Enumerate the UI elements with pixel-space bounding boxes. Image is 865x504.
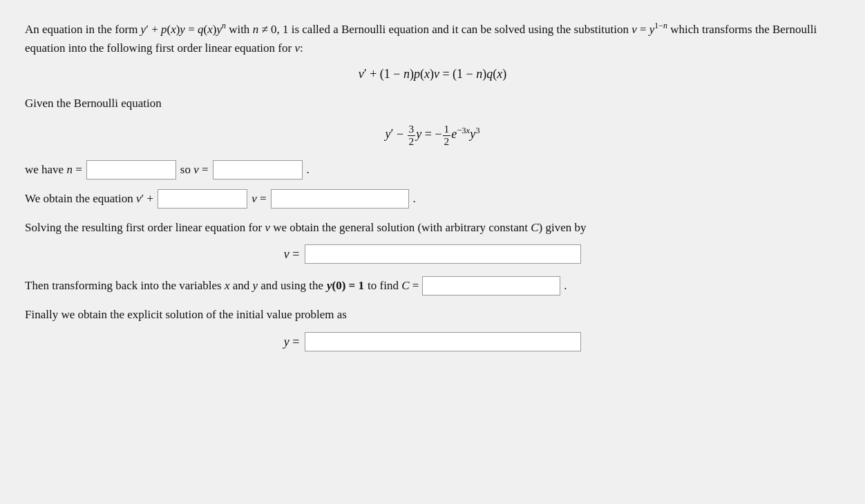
v-eq-prefix: v = [284, 247, 300, 262]
then-text-before: Then transforming back into the variable… [25, 279, 323, 293]
period1: . [307, 163, 310, 177]
so-v-text: so v = [180, 163, 209, 177]
period2: . [413, 192, 416, 206]
n-input[interactable] [86, 160, 176, 180]
intro-line1: An equation in the form y′ + p(x)y = q(x… [25, 19, 840, 57]
v-eq-label: v = [251, 192, 266, 206]
initial-condition-text: y(0) = 1 [327, 279, 364, 293]
then-row: Then transforming back into the variable… [25, 276, 840, 295]
y-eq-prefix: y = [284, 335, 300, 349]
obtain-text: We obtain the equation v′ + [25, 192, 153, 206]
v-general-solution-row: v = [25, 244, 840, 264]
we-have-row: we have n = so v = . [25, 160, 840, 180]
period3: . [564, 279, 567, 293]
solving-text: Solving the resulting first order linear… [25, 218, 840, 238]
final-solution-row: y = [25, 332, 840, 351]
bernoulli-equation: y′ − 32y = −12e−3xy3 [25, 124, 840, 148]
intro-paragraph: An equation in the form y′ + p(x)y = q(x… [25, 19, 840, 57]
rhs-input[interactable] [271, 189, 409, 209]
finally-text: Finally we obtain the explicit solution … [25, 305, 840, 325]
obtain-row: We obtain the equation v′ + v = . [25, 189, 840, 209]
coeff-input[interactable] [158, 189, 247, 209]
general-solution-input[interactable] [305, 244, 581, 264]
c-value-input[interactable] [422, 276, 560, 295]
to-find-text: to find C = [368, 279, 419, 293]
we-have-text: we have n = [25, 163, 82, 177]
given-label: Given the Bernoulli equation [25, 94, 840, 114]
main-equation: v′ + (1 − n)p(x)v = (1 − n)q(x) [25, 67, 840, 81]
final-solution-input[interactable] [305, 332, 581, 351]
v-input[interactable] [213, 160, 303, 180]
